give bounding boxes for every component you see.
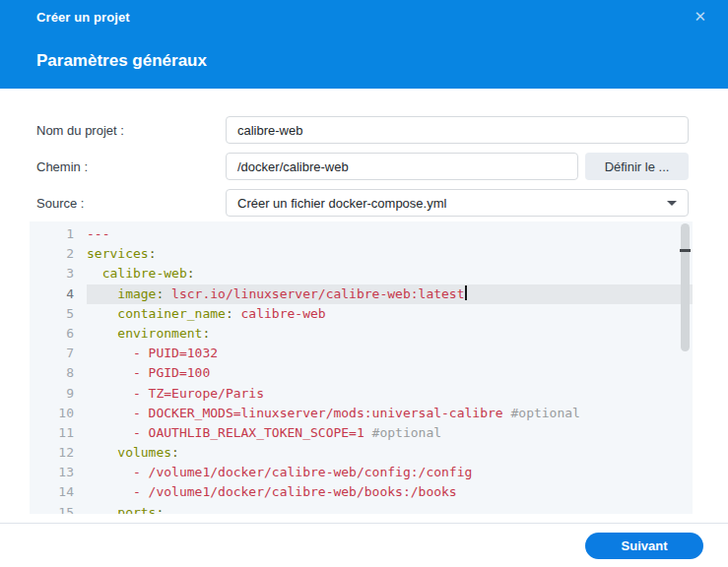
line-number: 8 <box>30 363 87 383</box>
path-row: Chemin : Définir le ... <box>36 153 728 180</box>
path-input[interactable] <box>226 153 578 180</box>
code-line[interactable]: 6 environment: <box>30 324 693 344</box>
line-number: 10 <box>30 404 87 423</box>
project-name-label: Nom du projet : <box>36 123 226 138</box>
line-number: 6 <box>30 324 87 344</box>
dialog-titlebar: Créer un projet ✕ <box>0 0 728 25</box>
code-line[interactable]: 12 volumes: <box>30 443 693 463</box>
code-text: services: <box>87 244 156 264</box>
line-number: 12 <box>30 443 87 463</box>
code-text: - PGID=100 <box>87 363 210 383</box>
code-text: - DOCKER_MODS=linuxserver/mods:universal… <box>87 404 580 423</box>
project-name-input[interactable] <box>226 116 689 144</box>
set-path-button[interactable]: Définir le ... <box>585 153 689 180</box>
code-line[interactable]: 15 ports: <box>30 503 693 514</box>
code-line[interactable]: 7 - PUID=1032 <box>30 344 693 363</box>
source-label: Source : <box>36 196 226 211</box>
create-project-dialog: Créer un projet ✕ Paramètres généraux No… <box>0 0 728 567</box>
editor-scroll-cursor-marker <box>680 249 691 252</box>
code-line[interactable]: 4 image: lscr.io/linuxserver/calibre-web… <box>30 284 693 304</box>
text-cursor <box>465 285 467 300</box>
code-text: - /volume1/docker/calibre-web/books:/boo… <box>87 482 457 502</box>
code-line[interactable]: 13 - /volume1/docker/calibre-web/config:… <box>30 463 693 482</box>
code-text: volumes: <box>87 443 179 463</box>
line-number: 5 <box>30 304 87 324</box>
source-row: Source : Créer un fichier docker-compose… <box>36 189 728 217</box>
path-label: Chemin : <box>36 159 226 174</box>
editor-code-area: 1---2services:3 calibre-web:4 image: lsc… <box>30 221 693 514</box>
step-title: Paramètres généraux <box>36 51 207 71</box>
code-text: - OAUTHLIB_RELAX_TOKEN_SCOPE=1 #optional <box>87 423 441 443</box>
line-number: 4 <box>30 284 87 304</box>
code-line[interactable]: 1--- <box>30 224 693 244</box>
general-settings-form: Nom du projet : Chemin : Définir le ... … <box>0 89 728 217</box>
source-select[interactable]: Créer un fichier docker-compose.yml <box>226 189 689 217</box>
code-text: --- <box>87 224 109 244</box>
editor-scrollbar[interactable] <box>681 223 690 351</box>
line-number: 11 <box>30 423 87 443</box>
line-number: 13 <box>30 463 87 482</box>
code-text: ports: <box>87 503 164 514</box>
code-line[interactable]: 10 - DOCKER_MODS=linuxserver/mods:univer… <box>30 404 693 423</box>
code-line[interactable]: 2services: <box>30 244 693 264</box>
code-line[interactable]: 3 calibre-web: <box>30 264 693 284</box>
code-text: container_name: calibre-web <box>87 304 326 324</box>
code-text: - /volume1/docker/calibre-web/config:/co… <box>87 463 472 482</box>
close-icon[interactable]: ✕ <box>694 10 706 25</box>
chevron-down-icon <box>667 201 677 206</box>
dialog-header: Créer un projet ✕ Paramètres généraux <box>0 0 728 89</box>
code-line[interactable]: 8 - PGID=100 <box>30 363 693 383</box>
line-number: 7 <box>30 344 87 363</box>
code-text: - PUID=1032 <box>87 344 218 363</box>
docker-compose-editor[interactable]: 1---2services:3 calibre-web:4 image: lsc… <box>30 221 693 514</box>
dialog-footer: Suivant <box>0 524 728 567</box>
line-number: 2 <box>30 244 87 264</box>
line-number: 9 <box>30 384 87 404</box>
code-text: environment: <box>87 324 210 344</box>
code-line[interactable]: 11 - OAUTHLIB_RELAX_TOKEN_SCOPE=1 #optio… <box>30 423 693 443</box>
code-text: - TZ=Europe/Paris <box>87 384 264 404</box>
code-line[interactable]: 9 - TZ=Europe/Paris <box>30 384 693 404</box>
line-number: 1 <box>30 224 87 244</box>
source-select-value: Créer un fichier docker-compose.yml <box>237 196 446 211</box>
code-text: image: lscr.io/linuxserver/calibre-web:l… <box>87 284 467 304</box>
line-number: 3 <box>30 264 87 284</box>
code-line[interactable]: 14 - /volume1/docker/calibre-web/books:/… <box>30 482 693 502</box>
line-number: 15 <box>30 503 87 514</box>
dialog-title: Créer un projet <box>36 10 130 25</box>
code-text: calibre-web: <box>87 264 195 284</box>
line-number: 14 <box>30 482 87 502</box>
project-name-row: Nom du projet : <box>36 116 728 144</box>
code-line[interactable]: 5 container_name: calibre-web <box>30 304 693 324</box>
next-button[interactable]: Suivant <box>585 533 703 559</box>
